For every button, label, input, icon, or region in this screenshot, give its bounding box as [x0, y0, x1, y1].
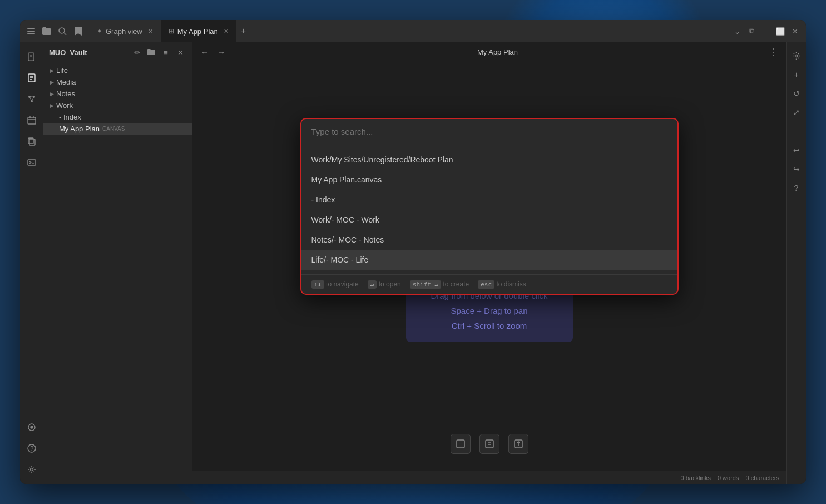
svg-rect-22 — [29, 139, 35, 145]
graph-icon[interactable] — [23, 90, 41, 108]
tree-item-notes[interactable]: ▶ Notes — [43, 88, 192, 100]
character-count: 0 characters — [745, 475, 779, 481]
title-bar-right: ⌄ ⧉ — ⬜ ✕ — [731, 26, 806, 37]
svg-point-37 — [795, 55, 798, 57]
sidebar-icons: ? — [20, 42, 43, 484]
tab-my-app-plan-label: My App Plan — [177, 27, 218, 36]
copy-icon[interactable] — [23, 132, 41, 150]
file-explorer: MUO_Vault ✏ ≡ ✕ ▶ Life ▶ Media — [43, 42, 192, 484]
chevron-right-icon: ▶ — [50, 80, 54, 85]
explorer-header: MUO_Vault ✏ ≡ ✕ — [43, 42, 192, 62]
tree-item-my-app-plan[interactable]: My App Plan CANVAS — [43, 123, 192, 135]
tree-item-media-label: Media — [56, 78, 76, 86]
tab-graph-view-close[interactable]: ✕ — [148, 28, 153, 35]
sidebar-bottom-icons: ? — [23, 418, 41, 484]
tab-my-app-plan[interactable]: ⊞ My App Plan ✕ — [161, 20, 236, 42]
sort-icon[interactable]: ≡ — [160, 46, 172, 58]
search-result-2[interactable]: My App Plan.canvas — [301, 170, 677, 190]
new-note-icon[interactable] — [23, 48, 41, 66]
search-result-4[interactable]: Work/- MOC - Work — [301, 210, 677, 230]
file-tree: ▶ Life ▶ Media ▶ Notes ▶ Work - Index — [43, 62, 192, 484]
right-sidebar: + ↺ ⤢ — ↩ ↪ ? — [786, 42, 806, 484]
canvas-area[interactable]: Drag from below or double click Space + … — [192, 62, 786, 471]
more-options-button[interactable]: ⋮ — [767, 46, 780, 59]
search-icon[interactable] — [57, 26, 68, 37]
svg-rect-18 — [28, 117, 36, 124]
dropdown-icon[interactable]: ⌄ — [731, 26, 743, 37]
tree-item-work-label: Work — [56, 101, 73, 110]
tabs-area: ✦ Graph view ✕ ⊞ My App Plan ✕ + — [83, 20, 731, 42]
search-input-area[interactable] — [301, 119, 677, 145]
snapshot-icon[interactable] — [23, 418, 41, 436]
svg-text:?: ? — [30, 446, 33, 452]
settings-icon[interactable] — [23, 461, 41, 478]
modal-overlay: Work/My Sites/Unregistered/Reboot Plan M… — [192, 62, 786, 471]
back-button[interactable]: ← — [198, 46, 211, 59]
new-folder-icon[interactable] — [145, 46, 157, 58]
title-bar-left — [20, 26, 83, 37]
main-content: ← → My App Plan ⋮ Drag from below or dou… — [192, 42, 786, 484]
backlinks-count: 0 backlinks — [681, 475, 711, 481]
help-icon[interactable]: ? — [23, 439, 41, 457]
svg-point-27 — [31, 426, 33, 428]
search-hint-create: shift ↵ to create — [410, 280, 469, 288]
refresh-icon[interactable]: ↺ — [789, 86, 804, 101]
split-view-icon[interactable]: ⧉ — [746, 26, 757, 37]
svg-line-16 — [29, 97, 32, 101]
edit-icon[interactable]: ✏ — [131, 46, 143, 58]
word-count: 0 words — [718, 475, 739, 481]
calendar-icon[interactable] — [23, 111, 41, 129]
search-hint-open: ↵ to open — [368, 280, 401, 288]
vault-name: MUO_Vault — [49, 48, 87, 57]
search-result-5[interactable]: Notes/- MOC - Notes — [301, 230, 677, 250]
content-toolbar: ← → My App Plan ⋮ — [192, 42, 786, 62]
sidebar-toggle-icon[interactable] — [26, 26, 37, 37]
svg-line-4 — [64, 33, 66, 35]
svg-point-3 — [59, 28, 65, 33]
zoom-out-icon[interactable]: — — [789, 123, 804, 139]
page-title: My App Plan — [231, 48, 764, 56]
search-hint-navigate: ↑↓ to navigate — [311, 280, 359, 288]
forward-button[interactable]: → — [215, 46, 228, 59]
canvas-badge: CANVAS — [102, 126, 125, 132]
app-window: ✦ Graph view ✕ ⊞ My App Plan ✕ + ⌄ ⧉ — ⬜… — [20, 20, 806, 484]
help-question-icon[interactable]: ? — [789, 180, 804, 196]
svg-rect-1 — [27, 31, 35, 32]
graph-view-icon: ✦ — [97, 27, 102, 35]
search-input[interactable] — [311, 127, 667, 136]
undo-icon[interactable]: ↩ — [789, 142, 804, 158]
minimize-button[interactable]: — — [760, 26, 771, 37]
app-body: ? MUO_Vault ✏ ≡ ✕ — [20, 42, 806, 484]
terminal-icon[interactable] — [23, 154, 41, 171]
tree-item-my-app-plan-label: My App Plan — [59, 125, 100, 133]
search-modal: Work/My Sites/Unregistered/Reboot Plan M… — [300, 118, 679, 295]
zoom-in-icon[interactable]: + — [789, 67, 804, 82]
close-button[interactable]: ✕ — [789, 26, 800, 37]
explorer-actions: ✏ ≡ ✕ — [131, 46, 186, 58]
new-tab-button[interactable]: + — [236, 26, 250, 36]
tab-graph-view-label: Graph view — [106, 27, 142, 36]
tree-item-work[interactable]: ▶ Work — [43, 100, 192, 111]
tree-item-life[interactable]: ▶ Life — [43, 65, 192, 76]
folder-icon[interactable] — [41, 26, 52, 37]
svg-rect-2 — [27, 33, 35, 34]
files-icon[interactable] — [23, 69, 41, 87]
tab-graph-view[interactable]: ✦ Graph view ✕ — [89, 20, 161, 42]
bookmark-icon[interactable] — [72, 26, 83, 37]
search-result-3[interactable]: - Index — [301, 190, 677, 210]
svg-rect-0 — [27, 28, 35, 29]
search-hint-dismiss: esc to dismiss — [478, 280, 526, 288]
search-result-1[interactable]: Work/My Sites/Unregistered/Reboot Plan — [301, 150, 677, 170]
redo-icon[interactable]: ↪ — [789, 161, 804, 177]
tab-my-app-plan-close[interactable]: ✕ — [224, 28, 229, 35]
fullscreen-icon[interactable]: ⤢ — [789, 105, 804, 120]
canvas-tab-icon: ⊞ — [169, 27, 174, 35]
tree-item-media[interactable]: ▶ Media — [43, 76, 192, 88]
right-settings-icon[interactable] — [789, 48, 804, 63]
tree-item-index[interactable]: - Index — [43, 111, 192, 123]
chevron-right-icon: ▶ — [50, 91, 54, 97]
collapse-icon[interactable]: ✕ — [174, 46, 186, 58]
search-result-6[interactable]: Life/- MOC - Life — [301, 250, 677, 270]
maximize-button[interactable]: ⬜ — [775, 26, 786, 37]
tree-item-life-label: Life — [56, 66, 68, 75]
